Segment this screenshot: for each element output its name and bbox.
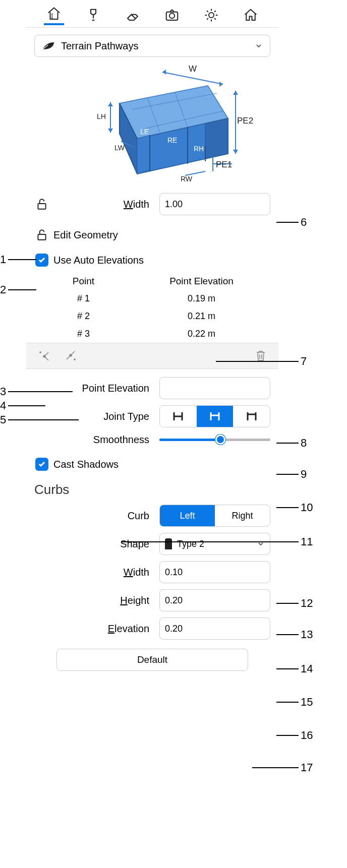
svg-marker-21: [108, 102, 113, 106]
tab-measure[interactable]: [44, 5, 64, 25]
smoothness-label: Smoothness: [35, 434, 154, 446]
tab-erase[interactable]: [123, 5, 143, 25]
width-input[interactable]: [160, 199, 270, 210]
svg-point-2: [209, 13, 214, 18]
category-label: Terrain Pathways: [61, 40, 138, 52]
tab-home[interactable]: [241, 5, 261, 25]
svg-marker-10: [137, 135, 150, 174]
tab-camera[interactable]: [162, 5, 182, 25]
table-head-elevation: Point Elevation: [133, 276, 270, 287]
curb-left-button[interactable]: Left: [160, 505, 215, 526]
svg-marker-13: [162, 70, 166, 75]
table-row[interactable]: # 2 0.21 m: [26, 307, 278, 325]
joint-type-segment[interactable]: [159, 405, 270, 427]
cast-shadows-checkbox[interactable]: [35, 458, 48, 471]
svg-marker-22: [108, 129, 113, 133]
joint-type-2[interactable]: [197, 406, 234, 427]
table-row[interactable]: # 3 0.22 m: [26, 325, 278, 343]
point-elevation-spinner[interactable]: − +: [159, 377, 270, 399]
add-point-after-button[interactable]: [63, 348, 82, 363]
default-button[interactable]: Default: [56, 649, 248, 671]
cast-shadows-label: Cast Shadows: [53, 459, 119, 470]
curb-label: Curb: [35, 510, 154, 522]
width-spinner[interactable]: − +: [159, 193, 270, 215]
curb-elevation-input[interactable]: [160, 624, 270, 634]
svg-marker-17: [233, 150, 238, 154]
svg-marker-11: [205, 118, 228, 159]
dimensions-diagram: W PE2 PE1 LH LE RE LW RW RH: [62, 63, 243, 184]
curb-width-spinner[interactable]: − +: [159, 561, 270, 583]
curb-side-segment[interactable]: Left Right: [159, 505, 270, 527]
point-elevation-input[interactable]: [160, 383, 270, 394]
lock-open-icon[interactable]: [35, 228, 48, 241]
svg-rect-28: [38, 204, 45, 209]
tab-paint[interactable]: [83, 5, 103, 25]
svg-marker-16: [233, 91, 238, 95]
svg-point-1: [169, 13, 175, 18]
curb-height-spinner[interactable]: − +: [159, 589, 270, 611]
curbs-title: Curbs: [26, 474, 278, 502]
curb-elevation-spinner[interactable]: − +: [159, 617, 270, 640]
curb-width-input[interactable]: [160, 567, 270, 578]
svg-marker-14: [219, 82, 223, 87]
use-auto-elevations-checkbox[interactable]: [35, 254, 48, 267]
table-head-point: Point: [34, 276, 133, 287]
category-selector[interactable]: Terrain Pathways: [34, 35, 270, 57]
chevron-down-icon: [255, 42, 263, 50]
use-auto-elevations-label: Use Auto Elevations: [53, 255, 144, 266]
joint-type-3[interactable]: [233, 406, 270, 427]
curb-height-input[interactable]: [160, 595, 270, 606]
curb-right-button[interactable]: Right: [215, 505, 270, 526]
leaf-icon: [42, 41, 55, 51]
lock-open-icon[interactable]: [35, 198, 48, 211]
joint-type-1[interactable]: [160, 406, 197, 427]
smoothness-slider[interactable]: [159, 433, 270, 446]
add-point-before-button[interactable]: [34, 348, 53, 363]
table-row[interactable]: # 1 0.19 m: [26, 290, 278, 307]
edit-geometry-label: Edit Geometry: [53, 229, 118, 241]
tab-light[interactable]: [201, 5, 221, 25]
svg-rect-29: [38, 234, 45, 240]
